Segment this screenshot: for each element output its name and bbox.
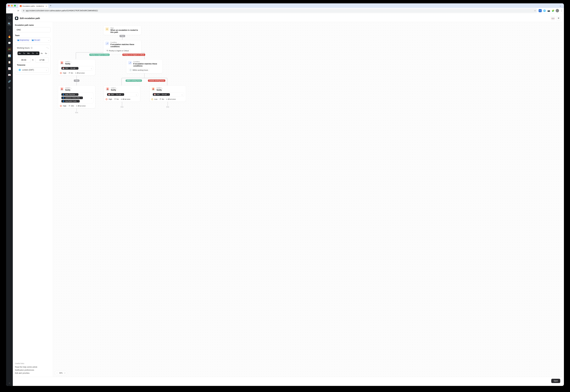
chevron-down-icon: ⌄	[91, 68, 92, 69]
rail-org-icon[interactable]: 🔗	[7, 79, 12, 84]
rail-home-icon[interactable]: ⌂	[7, 28, 12, 32]
order-indicator[interactable]: ≡All at once	[121, 98, 130, 100]
node-notify-level2[interactable]: 🚨 Level 2⌄ Notify 👤Isaac Seymour× 👤Lawre…	[58, 85, 95, 108]
rail-insights-icon[interactable]: 📊	[7, 54, 12, 58]
timezone-select[interactable]: 🌐 London (GMT) ⌄	[17, 67, 49, 72]
team-label: Team	[15, 34, 51, 37]
rail-docs-icon[interactable]: 📖	[7, 73, 12, 77]
rail-tasks-icon[interactable]: 📋	[7, 60, 12, 64]
node-notify-within-hours[interactable]: 🚨 Level 1⌄ Notify 📅 ONC › On-ca	[104, 85, 140, 102]
window-minimize-icon[interactable]	[11, 5, 13, 7]
team-tag-oncall[interactable]: 👥On-call	[31, 39, 41, 41]
chevron-down-icon[interactable]: ⌄	[162, 87, 163, 89]
time-from-input[interactable]: 09:30	[17, 57, 31, 62]
chevron-down-icon[interactable]: ⌄	[71, 87, 72, 89]
chevron-down-icon[interactable]: ⌄	[71, 61, 72, 63]
notify-target-select[interactable]: 📅 ONC › On-call × ⌄	[151, 92, 184, 97]
notify-target-select[interactable]: 📅 ONC › On-call × ⌄	[60, 66, 93, 70]
day-fr[interactable]: Fr	[35, 52, 40, 55]
condition-chip-text: Within working hours	[132, 69, 148, 71]
remove-icon[interactable]: ×	[168, 94, 169, 95]
condition-chip[interactable]: ⚲Priority is Urgent or Critical	[105, 49, 130, 52]
node-condition-hours[interactable]: ⎇ Condition If escalation matches these …	[126, 59, 163, 73]
team-tag-engineering[interactable]: 👥Engineering	[16, 39, 30, 41]
order-icon: ≡	[121, 98, 122, 100]
notify-target-select[interactable]: 📅 ONC › On-call × ⌄	[106, 92, 138, 97]
name-input[interactable]	[15, 27, 51, 32]
day-we[interactable]: We	[26, 52, 31, 55]
chevron-down-icon[interactable]: ⌄	[116, 87, 117, 89]
node-start[interactable]: ⚙ Start When an escalation is routed to …	[103, 26, 141, 35]
day-tu[interactable]: Tu	[22, 52, 26, 55]
order-icon: ≡	[75, 72, 76, 74]
node-notify-level1-urgent[interactable]: 🚨 Level 1⌄ Notify 📅 ONC › On-ca	[58, 59, 95, 76]
timeout-indicator[interactable]: ⏱5m	[114, 98, 119, 100]
rail-dashboard-icon[interactable]: ▢	[7, 15, 12, 19]
rail-reports-icon[interactable]: 📈	[7, 66, 12, 71]
end-label: End	[166, 106, 169, 108]
node-overline: Start	[110, 27, 139, 29]
side-panel: Escalation path name Team 👥Engineering 👥…	[13, 22, 53, 138]
order-indicator[interactable]: ≡All at once	[166, 98, 176, 100]
urgency-indicator[interactable]: Low	[151, 98, 157, 100]
forward-button[interactable]: →	[12, 9, 15, 13]
site-settings-icon[interactable]: ⚙	[23, 10, 25, 12]
info-icon[interactable]: i	[31, 47, 33, 49]
team-select[interactable]: 👥Engineering 👥On-call ⌄	[15, 38, 51, 43]
address-bar[interactable]: ⚙ app.incident.io/incident-io/on-call/es…	[21, 9, 201, 13]
timeout-indicator[interactable]: ⏱5m	[159, 98, 164, 100]
rail-alerts-icon[interactable]: 💬	[7, 41, 12, 45]
remove-icon[interactable]: ×	[76, 94, 77, 95]
node-title: When an escalation is routed to this pat…	[110, 29, 139, 33]
target-pill-schedule[interactable]: 📅 ONC › On-call ×	[107, 93, 124, 96]
node-notify-outside-hours[interactable]: 🚨 Level 1⌄ Notify 📅 ONC › On-ca	[149, 85, 186, 102]
condition-chip[interactable]: 🕘Within working hours	[128, 68, 149, 72]
day-th[interactable]: Th	[31, 52, 35, 55]
rail-oncall-icon[interactable]: 📟	[7, 47, 12, 52]
rail-incidents-icon[interactable]: 🔥	[7, 34, 12, 39]
day-sa[interactable]: Sa	[40, 52, 44, 55]
target-pill-person[interactable]: 👤Isaac Seymour×	[61, 93, 78, 96]
tab-close-icon[interactable]: ×	[46, 5, 47, 7]
timeout-indicator[interactable]: ⏱10m	[69, 105, 74, 107]
chevron-down-icon: ⌄	[181, 94, 183, 95]
team-icon: 👥	[17, 39, 19, 41]
back-button[interactable]: ←	[7, 9, 11, 13]
remove-icon[interactable]: ×	[78, 100, 79, 102]
remove-icon[interactable]: ×	[76, 68, 77, 69]
new-tab-button[interactable]: +	[50, 4, 51, 7]
reload-button[interactable]: ⟳	[16, 9, 20, 13]
notify-target-select[interactable]: 👤Isaac Seymour× 👤Lawrence Jones (me)× 👤L…	[60, 92, 93, 103]
page-icon: 📄	[15, 17, 18, 20]
time-to-input[interactable]: 17:30	[35, 57, 49, 62]
day-su[interactable]: Su	[44, 52, 48, 55]
flow-canvas[interactable]: ⚙ Start When an escalation is routed to …	[53, 22, 201, 138]
calendar-icon: 📅	[154, 94, 156, 95]
timer-icon: ⏱	[159, 98, 161, 100]
window-close-icon[interactable]	[8, 5, 10, 7]
target-pill-person[interactable]: 👤Lawrence Jones (me)×	[61, 97, 83, 99]
collapse-icon[interactable]: ⌃⌄	[46, 47, 49, 49]
days-selector[interactable]: Mo Tu We Th Fr Sa Su	[17, 51, 49, 56]
remove-icon[interactable]: ×	[81, 97, 82, 99]
target-pill-schedule[interactable]: 📅 ONC › On-call ×	[61, 67, 78, 70]
target-pill-schedule[interactable]: 📅 ONC › On-call ×	[153, 93, 170, 96]
rail-search-icon[interactable]: 🔍	[7, 22, 12, 26]
urgency-indicator[interactable]: High	[60, 105, 66, 107]
order-indicator[interactable]: ≡All at once	[76, 105, 86, 107]
day-mo[interactable]: Mo	[17, 52, 22, 55]
remove-icon[interactable]: ×	[122, 94, 123, 95]
window-maximize-icon[interactable]	[14, 5, 16, 7]
rail-settings-icon[interactable]: ⚙	[7, 85, 12, 90]
urgency-indicator[interactable]: High	[60, 72, 66, 74]
timeout-indicator[interactable]: ⏱5m	[69, 72, 73, 74]
node-condition-priority[interactable]: ⎇ Condition If escalation matches these …	[103, 40, 141, 54]
page-title: Edit escalation path	[20, 17, 40, 19]
globe-icon: 🌐	[19, 69, 21, 71]
target-pill-person[interactable]: 👤Lisa Karlin Curtis×	[61, 100, 80, 102]
node-title: If escalation matches these conditions	[133, 63, 161, 67]
order-indicator[interactable]: ≡All at once	[75, 72, 85, 74]
urgency-indicator[interactable]: High	[106, 98, 112, 100]
browser-tab[interactable]: 🔥 Escalation paths - incident.io ×	[18, 4, 48, 8]
condition-chip-text: Priority is Urgent or Critical	[109, 50, 129, 52]
